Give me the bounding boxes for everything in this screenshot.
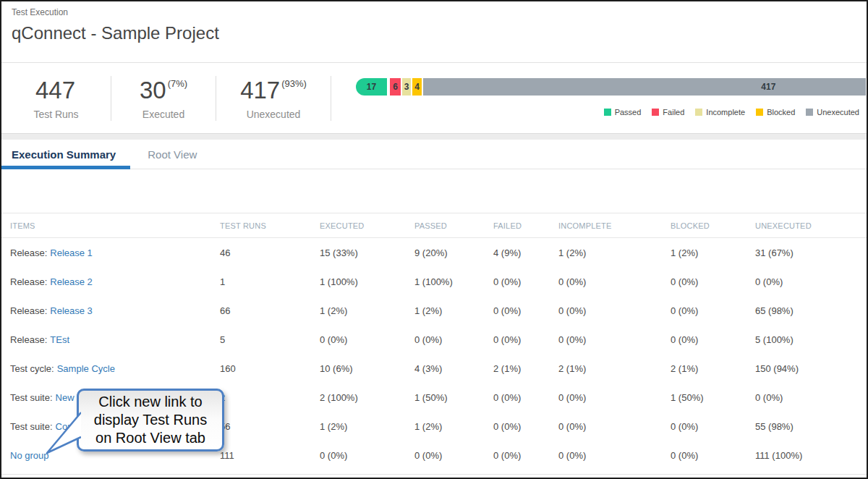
cell-incomplete: 0 (0%): [558, 276, 671, 287]
bar-segment-failed: 6: [390, 78, 401, 96]
cell-unexecuted: 150 (94%): [755, 363, 867, 374]
legend-label: Unexecuted: [817, 108, 859, 116]
stat-percent: (7%): [168, 79, 187, 88]
cell-passed: 1 (50%): [414, 392, 493, 403]
legend-swatch-failed: [652, 109, 659, 116]
cell-test-runs: 56: [220, 421, 320, 432]
cell-failed: 0 (0%): [493, 305, 558, 316]
chart-legend: PassedFailedIncompleteBlockedUnexecuted: [593, 108, 859, 116]
cell-blocked: 1 (50%): [671, 392, 755, 403]
stat-value-row: 30(7%): [140, 78, 187, 102]
cell-blocked: 0 (0%): [671, 450, 755, 461]
legend-swatch-passed: [604, 109, 611, 116]
stat-value: 447: [35, 78, 75, 102]
cell-unexecuted: 0 (0%): [755, 392, 867, 403]
table-bottom-border: [1, 474, 867, 475]
legend-label: Failed: [663, 108, 684, 116]
item-link-release-2[interactable]: Release 2: [50, 276, 93, 287]
cell-incomplete: 0 (0%): [558, 334, 671, 345]
item-cell: Release:Release 2: [10, 276, 220, 287]
column-header-unexecuted: UNEXECUTED: [755, 221, 867, 230]
cell-failed: 2 (1%): [493, 363, 558, 374]
summary-section: 447Test Runs30(7%)Executed417(93%)Unexec…: [1, 63, 867, 133]
stacked-progress-bar: 17634417: [356, 78, 866, 96]
cell-executed: 10 (6%): [320, 363, 414, 374]
cell-incomplete: 0 (0%): [558, 392, 671, 403]
bar-segment-value: 6: [393, 82, 398, 92]
legend-swatch-blocked: [756, 109, 763, 116]
table-row: Release:Release 211 (100%)1 (100%)0 (0%)…: [1, 267, 867, 296]
item-type-label: Release:: [10, 334, 47, 345]
cell-blocked: 0 (0%): [671, 305, 755, 316]
cell-incomplete: 2 (1%): [558, 363, 671, 374]
cell-unexecuted: 55 (98%): [755, 421, 867, 432]
cell-test-runs: 46: [220, 247, 320, 258]
stat-cards: 447Test Runs30(7%)Executed417(93%)Unexec…: [1, 63, 331, 133]
cell-unexecuted: 65 (98%): [755, 305, 867, 316]
table-row: Release:Release 3661 (2%)1 (2%)0 (0%)0 (…: [1, 296, 867, 325]
stat-value: 30: [140, 78, 166, 102]
callout-text-line: Click new link to: [79, 393, 222, 411]
tab-root-view[interactable]: Root View: [148, 148, 197, 161]
cell-test-runs: 2: [220, 392, 320, 403]
cell-passed: 1 (2%): [414, 305, 493, 316]
stat-percent: (93%): [281, 79, 307, 88]
cell-test-runs: 5: [220, 334, 320, 345]
cell-passed: 1 (2%): [414, 421, 493, 432]
bar-segment-value: 4: [414, 82, 420, 92]
item-cell: Release:Release 3: [10, 305, 220, 316]
cell-test-runs: 1: [220, 276, 320, 287]
cell-failed: 0 (0%): [493, 421, 558, 432]
stat-executed: 30(7%)Executed: [111, 63, 216, 133]
tab-bar: Execution SummaryRoot View: [1, 140, 867, 169]
cell-unexecuted: 5 (100%): [755, 334, 867, 345]
cell-unexecuted: 31 (67%): [755, 247, 867, 258]
cell-executed: 0 (0%): [320, 450, 414, 461]
cell-incomplete: 1 (2%): [558, 247, 671, 258]
legend-label: Passed: [615, 108, 642, 116]
column-header-failed: FAILED: [493, 221, 558, 230]
tab-execution-summary[interactable]: Execution Summary: [12, 148, 116, 161]
cell-executed: 1 (2%): [320, 421, 414, 432]
item-link-test[interactable]: TEst: [50, 334, 69, 345]
cell-executed: 1 (100%): [320, 276, 414, 287]
item-type-label: Release:: [10, 247, 47, 258]
cell-unexecuted: 0 (0%): [755, 276, 867, 287]
item-link-release-1[interactable]: Release 1: [50, 247, 93, 258]
cell-passed: 1 (100%): [414, 276, 493, 287]
bar-segment-value: 417: [761, 82, 775, 92]
item-cell: Release:Release 1: [10, 247, 220, 258]
bar-segment-passed: 17: [356, 78, 387, 96]
cell-executed: 15 (33%): [320, 247, 414, 258]
item-cell: Release:TEst: [10, 334, 220, 345]
bar-segment-value: 3: [404, 82, 409, 92]
table-row: Release:Release 14615 (33%)9 (20%)4 (9%)…: [1, 238, 867, 267]
stat-label: Test Runs: [33, 109, 78, 120]
active-tab-indicator: [1, 166, 130, 169]
bar-segment-incomplete: 3: [402, 78, 411, 96]
cell-failed: 0 (0%): [493, 450, 558, 461]
section-divider: [1, 133, 867, 140]
cell-unexecuted: 111 (100%): [755, 450, 867, 461]
table-row: Release:TEst50 (0%)0 (0%)0 (0%)0 (0%)0 (…: [1, 325, 867, 354]
cell-test-runs: 66: [220, 305, 320, 316]
cell-executed: 0 (0%): [320, 334, 414, 345]
bar-segment-value: 17: [367, 82, 376, 92]
table-row: Test cycle:Sample Cycle16010 (6%)4 (3%)2…: [1, 354, 867, 383]
legend-item-unexecuted: Unexecuted: [806, 108, 859, 116]
execution-progress-chart: 17634417 PassedFailedIncompleteBlockedUn…: [331, 63, 867, 133]
legend-item-blocked: Blocked: [756, 108, 795, 116]
column-header-items: ITEMS: [10, 221, 220, 230]
item-type-label: Release:: [10, 276, 47, 287]
cell-incomplete: 0 (0%): [558, 450, 671, 461]
cell-passed: 0 (0%): [414, 450, 493, 461]
item-link-release-3[interactable]: Release 3: [50, 305, 93, 316]
legend-label: Blocked: [767, 108, 795, 116]
item-type-label: Test suite:: [10, 392, 53, 403]
tooltip-callout: Click new link to display Test Runs on R…: [77, 389, 224, 452]
item-link-sample-cycle[interactable]: Sample Cycle: [57, 363, 115, 374]
cell-passed: 4 (3%): [414, 363, 493, 374]
breadcrumb: Test Execution: [12, 7, 856, 17]
cell-blocked: 1 (2%): [671, 247, 755, 258]
cell-failed: 4 (9%): [493, 247, 558, 258]
